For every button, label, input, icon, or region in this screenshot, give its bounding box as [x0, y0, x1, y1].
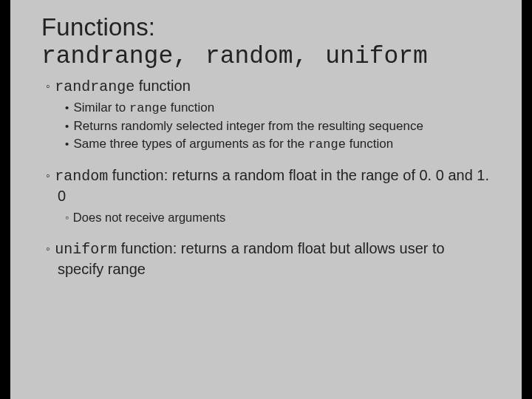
- title-sep2: ,: [293, 43, 326, 70]
- subtext: Same three types of arguments as for the: [73, 137, 308, 151]
- subbullet-returns: Returns randomly selected integer from t…: [41, 118, 492, 134]
- slide-content: Functions: randrange, random, uniform ra…: [10, 0, 522, 399]
- subbullet-same-args: Same three types of arguments as for the…: [41, 136, 492, 153]
- title-code-random: random: [205, 43, 293, 70]
- code-random: random: [55, 168, 108, 185]
- code-range: range: [129, 101, 167, 115]
- subbullet-no-args: Does not receive arguments: [41, 210, 492, 225]
- bullet-random: random function: returns a random float …: [41, 166, 492, 205]
- subtext-post: function: [346, 137, 393, 151]
- subtext-post: function: [167, 100, 214, 115]
- code-range: range: [308, 137, 346, 151]
- bullet-randrange: randrange function: [41, 76, 492, 97]
- subbullet-similar: Similar to range function: [41, 100, 492, 117]
- bullet-uniform: uniform function: returns a random float…: [41, 239, 492, 279]
- text-randrange: function: [134, 78, 191, 94]
- code-randrange: randrange: [55, 78, 134, 95]
- subtext: Does not receive arguments: [73, 211, 225, 224]
- title-line2: randrange, random, uniform: [41, 43, 492, 70]
- subtext: Returns randomly selected integer from t…: [73, 119, 423, 133]
- code-uniform: uniform: [55, 241, 117, 258]
- title-line1: Functions:: [41, 13, 492, 41]
- bullets: randrange function Similar to range func…: [41, 76, 492, 279]
- title-sep1: ,: [173, 43, 205, 70]
- subtext: Similar to: [73, 100, 129, 115]
- title-code-uniform: uniform: [325, 43, 428, 70]
- slide-outer: Functions: randrange, random, uniform ra…: [0, 0, 532, 399]
- text-random: function: returns a random float in the …: [58, 167, 489, 204]
- title-code-randrange: randrange: [41, 43, 173, 70]
